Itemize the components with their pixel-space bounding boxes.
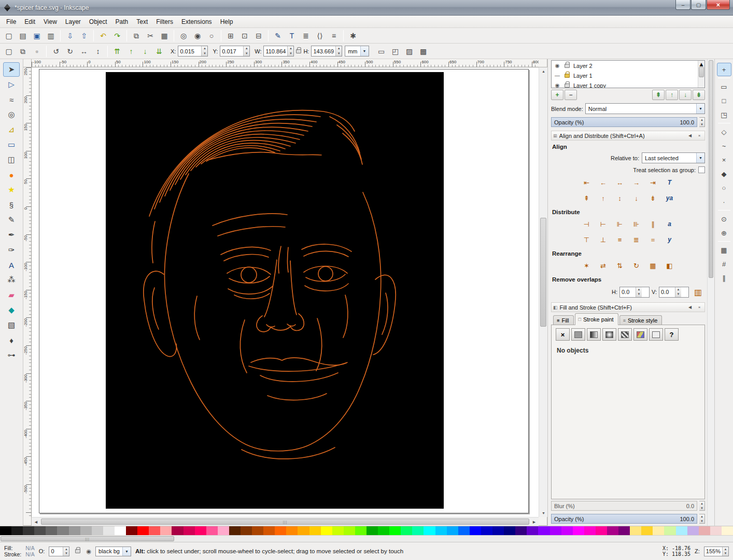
selector-tool[interactable]: ➤: [3, 62, 20, 77]
layer-lock-icon[interactable]: [565, 74, 570, 78]
blend-mode-dropdown[interactable]: Normal▼: [585, 103, 705, 114]
flip-vertical[interactable]: ↕: [91, 45, 105, 58]
inkscape-preferences[interactable]: ✱: [346, 29, 360, 43]
raise-to-top[interactable]: ⇈: [110, 45, 124, 58]
lower-to-bottom[interactable]: ⇊: [152, 45, 166, 58]
layer-to-top[interactable]: ⇞: [652, 90, 665, 100]
fill-stroke-dialog[interactable]: ✎: [271, 29, 285, 43]
relative-to-dropdown[interactable]: Last selected▼: [642, 152, 705, 163]
zoom-to-selection[interactable]: ◎: [177, 29, 190, 43]
tweak-tool[interactable]: ≈: [3, 92, 20, 107]
spray-tool[interactable]: ⁂: [3, 273, 20, 287]
node-editor-tool[interactable]: ▷: [3, 77, 20, 92]
blur-slider[interactable]: Blur (%)0.0: [551, 501, 697, 511]
palette-color[interactable]: [481, 526, 492, 535]
snap-midpoints[interactable]: ∙: [717, 195, 731, 208]
palette-color[interactable]: [561, 526, 573, 535]
palette-color[interactable]: [470, 526, 481, 535]
distribute-text-anchors-horizontal[interactable]: a: [662, 218, 676, 230]
palette-color[interactable]: [229, 526, 241, 535]
palette-color[interactable]: [344, 526, 355, 535]
units-dropdown[interactable]: mm▼: [345, 46, 369, 57]
transform-patterns-toggle[interactable]: ▩: [417, 45, 430, 58]
palette-color[interactable]: [332, 526, 344, 535]
distribute-centers-horizontally[interactable]: ⊢: [596, 218, 610, 230]
master-opacity-spinner[interactable]: ▲▼: [699, 514, 705, 524]
align-right-to-left-of-anchor[interactable]: ⇤: [580, 176, 594, 189]
align-right-edges[interactable]: →: [629, 176, 643, 189]
palette-color[interactable]: [218, 526, 229, 535]
palette-color[interactable]: [618, 526, 630, 535]
palette-color[interactable]: [366, 526, 378, 535]
palette-color[interactable]: [11, 526, 23, 535]
save-document[interactable]: ▣: [30, 29, 44, 43]
palette-color[interactable]: [687, 526, 699, 535]
unclump[interactable]: ◧: [662, 259, 676, 272]
palette-color[interactable]: [401, 526, 412, 535]
palette-color[interactable]: [0, 526, 11, 535]
cut[interactable]: ✂: [144, 29, 157, 43]
minimize-button[interactable]: –: [675, 0, 690, 10]
palette-color[interactable]: [630, 526, 641, 535]
gradient-tool[interactable]: ▧: [3, 318, 20, 332]
layer-name[interactable]: Layer 1: [573, 73, 593, 79]
layer-lock-icon[interactable]: [565, 83, 570, 88]
graph-layout[interactable]: ✶: [580, 259, 594, 272]
palette-color[interactable]: [378, 526, 389, 535]
distribute-centers-vertically[interactable]: ⊥: [596, 233, 610, 246]
master-opacity-slider[interactable]: Opacity (%)100.0: [551, 514, 697, 524]
align-left-edges[interactable]: ←: [596, 176, 610, 189]
palette-color[interactable]: [584, 526, 596, 535]
overlap-v-field[interactable]: 0.0▲▼: [659, 287, 689, 298]
dock-scrollbar[interactable]: [707, 59, 714, 526]
lower[interactable]: ↓: [138, 45, 152, 58]
distribute-horizontal-gaps[interactable]: ⊪: [629, 218, 643, 230]
layer-row[interactable]: ◉Layer 1 copy: [552, 80, 698, 88]
layer-raise[interactable]: ↑: [666, 90, 678, 100]
menu-path[interactable]: Path: [111, 17, 133, 27]
palette-color[interactable]: [722, 526, 733, 535]
align-top-edges[interactable]: ↑: [596, 192, 610, 204]
palette-color[interactable]: [435, 526, 447, 535]
menu-view[interactable]: View: [39, 17, 61, 27]
paint-swatch[interactable]: [633, 328, 647, 341]
palette-color[interactable]: [573, 526, 584, 535]
text-dialog[interactable]: T: [285, 29, 299, 43]
layer-visibility-eye-icon[interactable]: ◉: [86, 548, 91, 555]
horizontal-scroll-thumb[interactable]: |||: [41, 519, 529, 525]
layer-opacity-slider[interactable]: Opacity (%)100.0: [551, 117, 697, 127]
palette-color[interactable]: [263, 526, 275, 535]
menu-file[interactable]: File: [2, 17, 20, 27]
snap-page-border[interactable]: ▦: [717, 243, 731, 257]
palette-color[interactable]: [309, 526, 321, 535]
align-panel-close-button[interactable]: ×: [696, 132, 703, 139]
align-text-anchors-horizontal[interactable]: T: [662, 176, 676, 189]
unlink-clone[interactable]: ⊟: [252, 29, 265, 43]
layer-visibility-eye-icon[interactable]: —: [554, 73, 561, 78]
align-dialog[interactable]: ≡: [327, 29, 341, 43]
pencil-tool[interactable]: ✎: [3, 213, 20, 227]
horizontal-ruler[interactable]: -100-50050100150200250300350400450500550…: [32, 59, 539, 67]
snap-nodes[interactable]: ◇: [717, 125, 731, 138]
palette-color[interactable]: [184, 526, 195, 535]
align-bottom-edges[interactable]: ↓: [629, 192, 643, 204]
snap-path-intersections[interactable]: ×: [717, 153, 731, 166]
palette-color[interactable]: [607, 526, 618, 535]
scale-rect-corners-toggle[interactable]: ◰: [389, 45, 402, 58]
snap-guides[interactable]: ∥: [717, 271, 731, 285]
redo[interactable]: ↷: [110, 29, 124, 43]
tab-stroke-paint[interactable]: □Stroke paint: [575, 313, 618, 325]
stroke-indicator-value[interactable]: N/A: [25, 552, 35, 557]
vertical-scroll-thumb[interactable]: [540, 218, 546, 327]
spiral-tool[interactable]: §: [3, 198, 20, 212]
paint-bucket-tool[interactable]: ◆: [3, 303, 20, 317]
zoom-field[interactable]: 155%▲▼: [704, 547, 729, 556]
3d-box-tool[interactable]: ◫: [3, 152, 20, 167]
duplicate[interactable]: ⊞: [224, 29, 237, 43]
height-field[interactable]: 143.669▲▼: [311, 46, 342, 57]
layers-dialog[interactable]: ≣: [299, 29, 313, 43]
rectangle-tool[interactable]: ▭: [3, 137, 20, 152]
palette-color[interactable]: [160, 526, 172, 535]
star-tool[interactable]: ★: [3, 183, 20, 197]
layer-name[interactable]: Layer 1 copy: [573, 82, 606, 89]
